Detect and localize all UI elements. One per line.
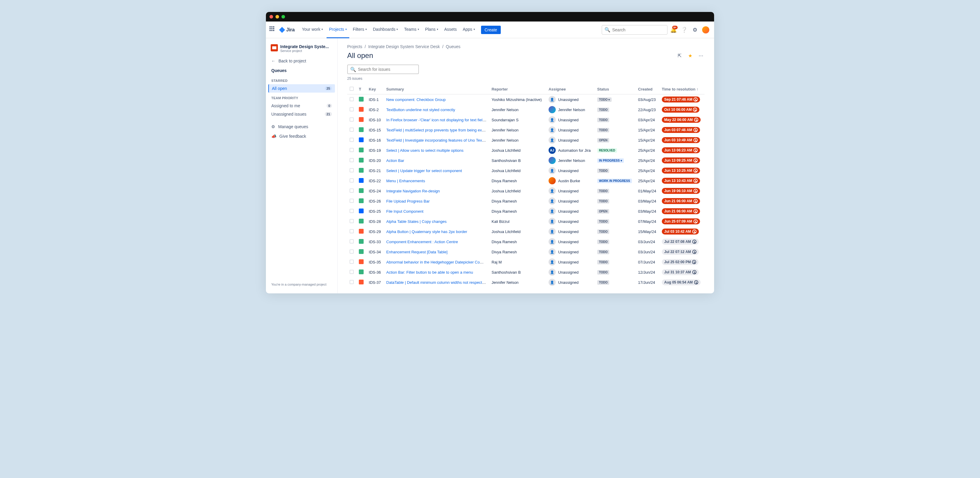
status-badge[interactable]: TODO <box>597 118 609 122</box>
issue-summary-link[interactable]: Menu | Enhancements <box>386 179 425 183</box>
status-badge[interactable]: TODO <box>597 108 609 112</box>
queue-item[interactable]: All open25 <box>268 84 335 93</box>
help-icon[interactable]: ❔ <box>679 25 689 35</box>
nav-item-teams[interactable]: Teams▾ <box>402 22 421 38</box>
give-feedback[interactable]: 📣 Give feedback <box>268 132 335 141</box>
minimize-window-dot[interactable] <box>275 15 279 19</box>
breadcrumb-item[interactable]: Integrate Design System Service Desk <box>368 44 440 49</box>
status-badge[interactable]: OPEN <box>597 209 609 214</box>
status-badge[interactable]: TODO <box>597 260 609 264</box>
status-badge[interactable]: TODO <box>597 250 609 254</box>
col-reporter[interactable]: Reporter <box>489 84 546 94</box>
nav-item-projects[interactable]: Projects▾ <box>326 22 349 38</box>
assignee[interactable]: 👤Unassigned <box>549 137 592 144</box>
table-row[interactable]: IDS-19 Select | Allow users to select mu… <box>347 145 705 156</box>
profile-avatar[interactable] <box>701 25 711 35</box>
status-badge[interactable]: WORK IN PROGRESS <box>597 179 632 183</box>
status-badge[interactable]: IN PROGRESS ▾ <box>597 158 624 163</box>
table-row[interactable]: IDS-16 TextField | Investigate incorpora… <box>347 135 705 145</box>
issue-summary-link[interactable]: Enhancement Request [Data Table] <box>386 250 447 254</box>
issue-summary-link[interactable]: DataTable | Default minimum column width… <box>386 280 489 285</box>
issue-summary-link[interactable]: Component Enhancement : Action Centre <box>386 240 458 244</box>
queue-item[interactable]: Assigned to me0 <box>268 102 335 110</box>
row-checkbox[interactable] <box>350 280 354 284</box>
star-icon[interactable]: ★ <box>687 52 694 59</box>
table-row[interactable]: IDS-28 Alpha Table States | Copy changes… <box>347 216 705 227</box>
project-header[interactable]: Integrate Design Syste... Service projec… <box>268 43 335 56</box>
nav-item-filters[interactable]: Filters▾ <box>350 22 369 38</box>
col-status[interactable]: Status <box>595 84 636 94</box>
status-badge[interactable]: TODO <box>597 219 609 224</box>
assignee[interactable]: Austin Burke <box>549 177 592 184</box>
issue-summary-link[interactable]: TextField | Investigate incorporating fe… <box>386 138 489 143</box>
status-badge[interactable]: OPEN <box>597 138 609 143</box>
assignee[interactable]: 👤Unassigned <box>549 238 592 245</box>
issue-summary-link[interactable]: Integrate Navigation Re-design <box>386 189 440 193</box>
col-summary[interactable]: Summary <box>384 84 489 94</box>
nav-item-dashboards[interactable]: Dashboards▾ <box>371 22 401 38</box>
issue-search-input[interactable] <box>358 67 416 72</box>
table-row[interactable]: IDS-37 DataTable | Default minimum colum… <box>347 277 705 287</box>
table-row[interactable]: IDS-29 Alpha Button | Quaternary style h… <box>347 227 705 237</box>
row-checkbox[interactable] <box>350 219 354 223</box>
table-row[interactable]: IDS-20 Action Bar Santhoshsivan B Jennif… <box>347 156 705 165</box>
settings-icon[interactable]: ⚙ <box>690 25 700 35</box>
col-checkbox[interactable] <box>347 84 356 94</box>
issue-summary-link[interactable]: Select | Update trigger for select compo… <box>386 168 462 173</box>
row-checkbox[interactable] <box>350 138 354 142</box>
external-link-icon[interactable]: ⇱ <box>676 52 683 59</box>
notifications-icon[interactable]: 🔔9+ <box>669 25 678 35</box>
issue-summary-link[interactable]: Alpha Button | Quaternary style has 2px … <box>386 229 467 234</box>
create-button[interactable]: Create <box>481 26 501 34</box>
nav-item-apps[interactable]: Apps▾ <box>460 22 477 38</box>
status-badge[interactable]: TODO <box>597 199 609 203</box>
queue-item[interactable]: Unassigned issues21 <box>268 110 335 118</box>
issue-search[interactable]: 🔍 <box>347 65 419 74</box>
table-row[interactable]: IDS-1 New component: Checkbox Group Yosh… <box>347 94 705 105</box>
row-checkbox[interactable] <box>350 97 354 101</box>
close-window-dot[interactable] <box>269 15 273 19</box>
assignee[interactable]: 👤Unassigned <box>549 208 592 215</box>
table-row[interactable]: IDS-21 Select | Update trigger for selec… <box>347 165 705 176</box>
status-badge[interactable]: TODO <box>597 168 609 173</box>
row-checkbox[interactable] <box>350 127 354 132</box>
assignee[interactable]: 👤Unassigned <box>549 228 592 235</box>
maximize-window-dot[interactable] <box>282 15 285 19</box>
jira-logo[interactable]: Jira <box>279 27 294 33</box>
table-row[interactable]: IDS-22 Menu | Enhancements Divya Ramesh … <box>347 176 705 186</box>
table-row[interactable]: IDS-33 Component Enhancement : Action Ce… <box>347 237 705 247</box>
issue-summary-link[interactable]: Action Bar: Filter button to be able to … <box>386 270 473 275</box>
row-checkbox[interactable] <box>350 260 354 264</box>
nav-item-plans[interactable]: Plans▾ <box>423 22 441 38</box>
assignee[interactable]: 👤Unassigned <box>549 167 592 174</box>
row-checkbox[interactable] <box>350 178 354 183</box>
table-row[interactable]: IDS-36 Action Bar: Filter button to be a… <box>347 267 705 277</box>
breadcrumb-item[interactable]: Projects <box>347 44 363 49</box>
back-to-project[interactable]: ← Back to project <box>268 56 335 66</box>
issue-summary-link[interactable]: File Input Component <box>386 209 423 214</box>
assignee[interactable]: 👤Unassigned <box>549 248 592 256</box>
assignee[interactable]: AJAutomation for Jira <box>549 147 592 154</box>
row-checkbox[interactable] <box>350 270 354 274</box>
assignee[interactable]: 👤Unassigned <box>549 96 592 103</box>
row-checkbox[interactable] <box>350 239 354 243</box>
row-checkbox[interactable] <box>350 107 354 111</box>
status-badge[interactable]: TODO <box>597 270 609 275</box>
assignee[interactable]: 👤Unassigned <box>549 187 592 194</box>
issue-summary-link[interactable]: In Firefox browser -'Clear' icon not dis… <box>386 118 489 122</box>
row-checkbox[interactable] <box>350 158 354 162</box>
table-row[interactable]: IDS-26 File Upload Progress Bar Divya Ra… <box>347 196 705 206</box>
col-type[interactable]: T <box>356 84 366 94</box>
assignee[interactable]: 👤Unassigned <box>549 268 592 276</box>
assignee[interactable]: 👤Unassigned <box>549 218 592 225</box>
row-checkbox[interactable] <box>350 209 354 213</box>
queues-nav[interactable]: Queues <box>268 66 335 75</box>
manage-queues[interactable]: ⚙ Manage queues <box>268 122 335 132</box>
row-checkbox[interactable] <box>350 148 354 152</box>
status-badge[interactable]: TODO ▾ <box>597 97 612 102</box>
col-key[interactable]: Key <box>366 84 384 94</box>
status-badge[interactable]: RESOLVED <box>597 148 617 152</box>
assignee[interactable]: 👤Unassigned <box>549 116 592 123</box>
status-badge[interactable]: TODO <box>597 128 609 132</box>
issue-summary-link[interactable]: TextButton underline not styled correctl… <box>386 108 455 112</box>
